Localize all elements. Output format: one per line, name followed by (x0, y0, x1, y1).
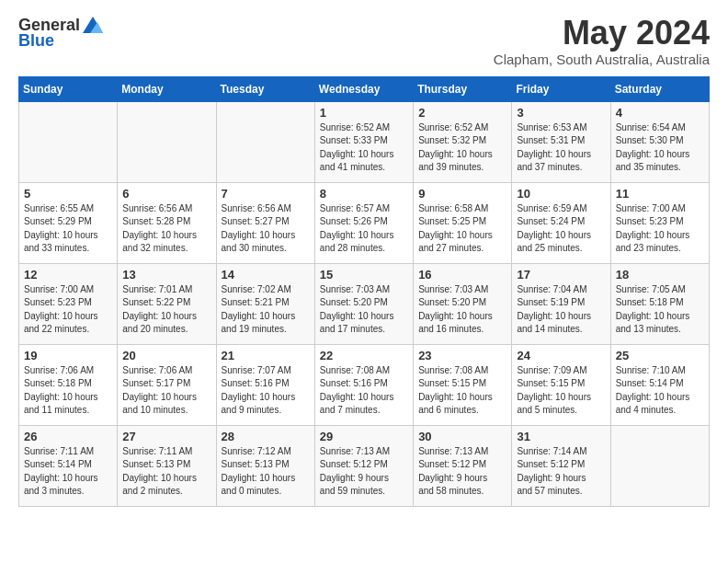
day-info: Sunrise: 6:58 AM Sunset: 5:25 PM Dayligh… (418, 202, 506, 256)
calendar-cell: 5Sunrise: 6:55 AM Sunset: 5:29 PM Daylig… (19, 182, 118, 263)
weekday-header-sunday: Sunday (19, 76, 118, 101)
calendar-cell: 9Sunrise: 6:58 AM Sunset: 5:25 PM Daylig… (414, 182, 512, 263)
day-number: 23 (418, 349, 506, 362)
calendar-week-row: 12Sunrise: 7:00 AM Sunset: 5:23 PM Dayli… (19, 263, 710, 344)
day-number: 10 (517, 187, 605, 201)
calendar-cell: 7Sunrise: 6:56 AM Sunset: 5:27 PM Daylig… (216, 182, 314, 263)
page-header: General Blue May 2024 Clapham, South Aus… (18, 15, 710, 67)
day-info: Sunrise: 7:11 AM Sunset: 5:14 PM Dayligh… (24, 445, 112, 499)
calendar-cell: 19Sunrise: 7:06 AM Sunset: 5:18 PM Dayli… (19, 344, 118, 425)
weekday-header-monday: Monday (118, 76, 216, 101)
calendar-cell (216, 101, 314, 182)
calendar-cell: 11Sunrise: 7:00 AM Sunset: 5:23 PM Dayli… (610, 182, 709, 263)
day-number: 28 (222, 430, 310, 443)
day-number: 7 (222, 187, 310, 201)
day-number: 16 (418, 268, 506, 282)
day-number: 26 (24, 430, 112, 443)
calendar-cell: 30Sunrise: 7:13 AM Sunset: 5:12 PM Dayli… (414, 425, 512, 506)
day-info: Sunrise: 7:05 AM Sunset: 5:18 PM Dayligh… (616, 283, 704, 337)
day-info: Sunrise: 7:11 AM Sunset: 5:13 PM Dayligh… (122, 445, 210, 499)
day-info: Sunrise: 7:14 AM Sunset: 5:12 PM Dayligh… (517, 445, 605, 499)
calendar-week-row: 5Sunrise: 6:55 AM Sunset: 5:29 PM Daylig… (19, 182, 710, 263)
calendar-cell: 13Sunrise: 7:01 AM Sunset: 5:22 PM Dayli… (118, 263, 216, 344)
day-number: 17 (517, 268, 605, 282)
calendar-cell: 22Sunrise: 7:08 AM Sunset: 5:16 PM Dayli… (314, 344, 413, 425)
day-info: Sunrise: 7:00 AM Sunset: 5:23 PM Dayligh… (24, 283, 112, 337)
day-number: 1 (320, 106, 408, 120)
day-info: Sunrise: 6:53 AM Sunset: 5:31 PM Dayligh… (517, 121, 605, 175)
day-number: 12 (24, 268, 112, 282)
calendar-cell: 1Sunrise: 6:52 AM Sunset: 5:33 PM Daylig… (314, 101, 413, 182)
day-number: 29 (320, 430, 408, 443)
calendar-cell: 24Sunrise: 7:09 AM Sunset: 5:15 PM Dayli… (512, 344, 610, 425)
calendar-cell: 10Sunrise: 6:59 AM Sunset: 5:24 PM Dayli… (512, 182, 610, 263)
day-info: Sunrise: 7:13 AM Sunset: 5:12 PM Dayligh… (418, 445, 506, 499)
day-info: Sunrise: 7:12 AM Sunset: 5:13 PM Dayligh… (222, 445, 310, 499)
day-number: 9 (418, 187, 506, 201)
day-number: 5 (24, 187, 112, 201)
day-number: 20 (122, 349, 210, 362)
day-number: 25 (616, 349, 704, 362)
calendar-cell: 23Sunrise: 7:08 AM Sunset: 5:15 PM Dayli… (414, 344, 512, 425)
calendar-cell: 28Sunrise: 7:12 AM Sunset: 5:13 PM Dayli… (216, 425, 314, 506)
calendar-cell: 3Sunrise: 6:53 AM Sunset: 5:31 PM Daylig… (512, 101, 610, 182)
day-info: Sunrise: 7:03 AM Sunset: 5:20 PM Dayligh… (320, 283, 408, 337)
day-number: 30 (418, 430, 506, 443)
logo-icon (81, 15, 105, 35)
day-info: Sunrise: 7:06 AM Sunset: 5:17 PM Dayligh… (122, 364, 210, 418)
calendar-cell: 8Sunrise: 6:57 AM Sunset: 5:26 PM Daylig… (314, 182, 413, 263)
day-info: Sunrise: 7:09 AM Sunset: 5:15 PM Dayligh… (517, 364, 605, 418)
calendar-week-row: 19Sunrise: 7:06 AM Sunset: 5:18 PM Dayli… (19, 344, 710, 425)
calendar-cell (19, 101, 118, 182)
calendar-cell: 31Sunrise: 7:14 AM Sunset: 5:12 PM Dayli… (512, 425, 610, 506)
weekday-header-saturday: Saturday (610, 76, 709, 101)
logo-blue-text: Blue (18, 31, 54, 51)
calendar-cell: 16Sunrise: 7:03 AM Sunset: 5:20 PM Dayli… (414, 263, 512, 344)
calendar-week-row: 26Sunrise: 7:11 AM Sunset: 5:14 PM Dayli… (19, 425, 710, 506)
day-number: 22 (320, 349, 408, 362)
day-info: Sunrise: 6:59 AM Sunset: 5:24 PM Dayligh… (517, 202, 605, 256)
day-number: 21 (222, 349, 310, 362)
calendar-cell (610, 425, 709, 506)
calendar-cell: 14Sunrise: 7:02 AM Sunset: 5:21 PM Dayli… (216, 263, 314, 344)
calendar-cell: 29Sunrise: 7:13 AM Sunset: 5:12 PM Dayli… (314, 425, 413, 506)
calendar-cell: 26Sunrise: 7:11 AM Sunset: 5:14 PM Dayli… (19, 425, 118, 506)
calendar-cell: 25Sunrise: 7:10 AM Sunset: 5:14 PM Dayli… (610, 344, 709, 425)
day-info: Sunrise: 6:56 AM Sunset: 5:28 PM Dayligh… (122, 202, 210, 256)
day-number: 19 (24, 349, 112, 362)
calendar-cell: 15Sunrise: 7:03 AM Sunset: 5:20 PM Dayli… (314, 263, 413, 344)
day-number: 2 (418, 106, 506, 120)
day-info: Sunrise: 7:06 AM Sunset: 5:18 PM Dayligh… (24, 364, 112, 418)
calendar-table: SundayMondayTuesdayWednesdayThursdayFrid… (18, 76, 710, 507)
day-info: Sunrise: 7:13 AM Sunset: 5:12 PM Dayligh… (320, 445, 408, 499)
calendar-cell: 6Sunrise: 6:56 AM Sunset: 5:28 PM Daylig… (118, 182, 216, 263)
calendar-cell (118, 101, 216, 182)
calendar-cell: 18Sunrise: 7:05 AM Sunset: 5:18 PM Dayli… (610, 263, 709, 344)
day-number: 8 (320, 187, 408, 201)
calendar-cell: 20Sunrise: 7:06 AM Sunset: 5:17 PM Dayli… (118, 344, 216, 425)
day-info: Sunrise: 7:03 AM Sunset: 5:20 PM Dayligh… (418, 283, 506, 337)
day-info: Sunrise: 7:07 AM Sunset: 5:16 PM Dayligh… (222, 364, 310, 418)
day-number: 15 (320, 268, 408, 282)
day-info: Sunrise: 7:10 AM Sunset: 5:14 PM Dayligh… (616, 364, 704, 418)
weekday-header-wednesday: Wednesday (314, 76, 413, 101)
day-number: 27 (122, 430, 210, 443)
day-number: 3 (517, 106, 605, 120)
calendar-cell: 12Sunrise: 7:00 AM Sunset: 5:23 PM Dayli… (19, 263, 118, 344)
location-title: Clapham, South Australia, Australia (494, 52, 710, 67)
weekday-header-tuesday: Tuesday (216, 76, 314, 101)
day-number: 14 (222, 268, 310, 282)
calendar-cell: 17Sunrise: 7:04 AM Sunset: 5:19 PM Dayli… (512, 263, 610, 344)
day-info: Sunrise: 6:54 AM Sunset: 5:30 PM Dayligh… (616, 121, 704, 175)
day-number: 4 (616, 106, 704, 120)
calendar-cell: 21Sunrise: 7:07 AM Sunset: 5:16 PM Dayli… (216, 344, 314, 425)
day-info: Sunrise: 6:56 AM Sunset: 5:27 PM Dayligh… (222, 202, 310, 256)
calendar-cell: 27Sunrise: 7:11 AM Sunset: 5:13 PM Dayli… (118, 425, 216, 506)
day-info: Sunrise: 7:08 AM Sunset: 5:15 PM Dayligh… (418, 364, 506, 418)
day-info: Sunrise: 7:01 AM Sunset: 5:22 PM Dayligh… (122, 283, 210, 337)
calendar-cell: 2Sunrise: 6:52 AM Sunset: 5:32 PM Daylig… (414, 101, 512, 182)
day-info: Sunrise: 6:52 AM Sunset: 5:32 PM Dayligh… (418, 121, 506, 175)
day-number: 11 (616, 187, 704, 201)
title-block: May 2024 Clapham, South Australia, Austr… (494, 15, 710, 67)
day-info: Sunrise: 7:00 AM Sunset: 5:23 PM Dayligh… (616, 202, 704, 256)
